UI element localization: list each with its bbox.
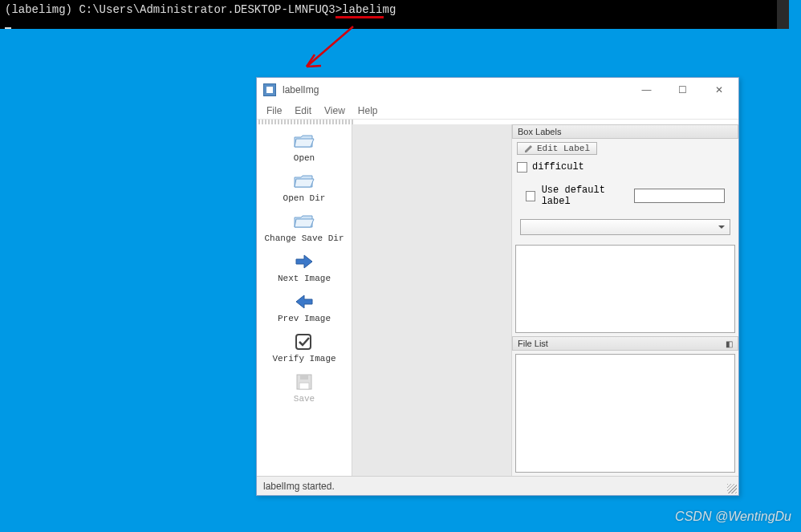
menu-file[interactable]: File xyxy=(262,104,287,118)
checkbox-icon xyxy=(517,162,527,173)
terminal-window[interactable]: (labelimg) C:\Users\Administrator.DESKTO… xyxy=(0,0,789,29)
file-list-listbox[interactable] xyxy=(515,354,735,473)
prev-image-button[interactable]: Prev Image xyxy=(260,290,348,328)
right-panel: Box Labels Edit Label difficult Use defa… xyxy=(512,124,738,476)
svg-rect-3 xyxy=(299,383,309,389)
checkbox-checked-icon xyxy=(293,333,315,351)
save-label: Save xyxy=(294,394,315,404)
edit-label-button[interactable]: Edit Label xyxy=(517,142,597,155)
image-canvas[interactable] xyxy=(352,124,512,476)
terminal-prompt: (labelimg) C:\Users\Administrator.DESKTO… xyxy=(5,3,396,16)
arrow-left-icon xyxy=(293,293,315,311)
terminal-command: labelimg xyxy=(342,3,396,16)
undock-icon[interactable]: ◧ xyxy=(726,339,733,348)
open-button[interactable]: Open xyxy=(260,129,348,168)
default-label-input[interactable] xyxy=(634,189,725,203)
maximize-button[interactable]: ☐ xyxy=(665,79,701,101)
annotation-arrow xyxy=(297,22,361,79)
watermark-text: CSDN @WentingDu xyxy=(675,510,791,524)
toolbar: Open Open Dir Change Save Dir Next Image… xyxy=(257,124,352,476)
menu-help[interactable]: Help xyxy=(353,104,383,118)
verify-image-button[interactable]: Verify Image xyxy=(260,330,348,368)
open-dir-button[interactable]: Open Dir xyxy=(260,169,348,208)
pencil-icon xyxy=(524,144,534,153)
change-save-dir-label: Change Save Dir xyxy=(264,234,344,243)
svg-rect-2 xyxy=(300,375,308,380)
menu-view[interactable]: View xyxy=(319,104,350,118)
folder-icon xyxy=(293,213,315,230)
minimize-button[interactable]: — xyxy=(628,79,665,101)
labelimg-window: labelImg — ☐ ✕ File Edit View Help Open … xyxy=(256,77,739,496)
menu-edit[interactable]: Edit xyxy=(290,104,316,118)
folder-icon xyxy=(293,132,315,150)
svg-rect-0 xyxy=(296,335,311,349)
window-title: labelImg xyxy=(283,84,628,95)
menubar: File Edit View Help xyxy=(257,102,738,120)
file-list-panel-title[interactable]: File List ◧ xyxy=(512,336,738,351)
app-icon xyxy=(263,83,276,96)
verify-image-label: Verify Image xyxy=(272,354,335,363)
floppy-disk-icon xyxy=(293,373,315,391)
close-button[interactable]: ✕ xyxy=(701,79,737,101)
label-combobox[interactable] xyxy=(520,219,730,235)
open-dir-label: Open Dir xyxy=(283,193,326,203)
prev-image-label: Prev Image xyxy=(278,314,331,323)
use-default-label-row: Use default label xyxy=(520,179,730,213)
change-save-dir-button[interactable]: Change Save Dir xyxy=(260,209,348,248)
difficult-checkbox[interactable]: difficult xyxy=(517,161,734,173)
box-labels-panel-title[interactable]: Box Labels xyxy=(512,124,738,139)
labels-listbox[interactable] xyxy=(515,245,735,333)
next-image-label: Next Image xyxy=(278,274,331,283)
arrow-right-icon xyxy=(293,253,315,270)
checkbox-icon[interactable] xyxy=(526,191,535,201)
folder-icon xyxy=(293,173,315,190)
annotation-underline xyxy=(335,16,384,18)
save-button[interactable]: Save xyxy=(260,370,348,408)
box-labels-panel-body: Edit Label difficult Use default label xyxy=(512,139,738,242)
statusbar: labelImg started. xyxy=(257,476,738,495)
use-default-label-text: Use default label xyxy=(542,185,628,207)
status-text: labelImg started. xyxy=(263,481,335,492)
next-image-button[interactable]: Next Image xyxy=(260,250,348,288)
terminal-cursor xyxy=(5,27,11,29)
open-label: Open xyxy=(294,153,315,163)
titlebar[interactable]: labelImg — ☐ ✕ xyxy=(257,78,738,102)
